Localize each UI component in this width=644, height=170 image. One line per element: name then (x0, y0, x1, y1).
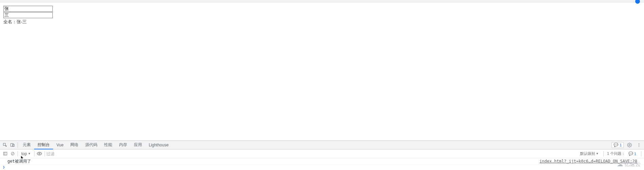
issues-count-chip[interactable]: 💬 1 (627, 151, 638, 157)
separator (45, 151, 45, 157)
level-label: 默认级别 (580, 151, 595, 156)
live-expression-eye-icon[interactable] (36, 150, 43, 158)
dropdown-triangle-icon: ▼ (28, 152, 31, 155)
separator (18, 142, 18, 148)
console-issues-chip[interactable]: 💬 1 (612, 142, 624, 148)
inspect-element-icon[interactable] (1, 141, 9, 149)
browser-chrome-strip (0, 0, 644, 2)
tab-sources[interactable]: 源代码 (82, 141, 101, 149)
svg-point-6 (639, 146, 639, 147)
dropdown-triangle-icon: ▼ (596, 152, 599, 155)
svg-rect-2 (13, 144, 15, 146)
console-filter-input[interactable] (46, 151, 87, 156)
console-toolbar: top ▼ 默认级别 ▼ 1 个问题： 💬 1 (0, 149, 644, 158)
more-vert-icon[interactable] (635, 141, 643, 149)
devtools-tab-strip: 元素 控制台 Vue 网络 源代码 性能 内存 应用 Lighthouse 💬 … (0, 141, 644, 149)
svg-point-4 (639, 143, 639, 144)
log-level-selector[interactable]: 默认级别 ▼ (579, 151, 600, 156)
context-label: top (21, 151, 27, 156)
svg-line-10 (11, 152, 14, 155)
tab-elements[interactable]: 元素 (19, 141, 34, 149)
clear-console-icon[interactable] (9, 150, 16, 158)
issues-count: 1 (634, 152, 636, 156)
separator (603, 151, 604, 157)
devtools-tab-strip-right: 💬 1 (612, 141, 643, 149)
tab-performance[interactable]: 性能 (101, 141, 116, 149)
tab-vue[interactable]: Vue (53, 141, 67, 149)
message-icon: 💬 (628, 151, 633, 156)
console-toolbar-right: 默认级别 ▼ 1 个问题： 💬 1 (579, 151, 643, 157)
svg-point-3 (629, 144, 630, 146)
page-content: 全名：张-三 (0, 2, 644, 28)
tab-console[interactable]: 控制台 (34, 141, 53, 149)
device-toolbar-icon[interactable] (9, 141, 16, 149)
chip-count: 1 (620, 143, 622, 147)
console-prompt[interactable]: ❯ (0, 165, 644, 170)
first-name-input[interactable] (3, 6, 53, 12)
svg-rect-7 (3, 152, 7, 155)
tab-memory[interactable]: 内存 (116, 141, 130, 149)
settings-gear-icon[interactable] (626, 141, 633, 149)
message-icon: 💬 (614, 143, 618, 147)
tab-lighthouse[interactable]: Lighthouse (145, 141, 172, 149)
tab-application[interactable]: 应用 (130, 141, 145, 149)
tab-network[interactable]: 网络 (67, 141, 82, 149)
execution-context-selector[interactable]: top ▼ (19, 151, 33, 157)
console-log-row: get被调用了 index.html?_ijt=k0c6…d=RELOAD_ON… (0, 158, 644, 165)
fullname-value: 张-三 (17, 19, 27, 24)
svg-point-5 (639, 145, 639, 145)
separator (18, 151, 18, 157)
fullname-display: 全名：张-三 (3, 19, 641, 25)
console-source-link[interactable]: index.html?_ijt=k0c6…d=RELOAD_ON_SAVE:28 (540, 159, 637, 164)
issues-label: 1 个问题： (607, 151, 625, 156)
last-name-input[interactable] (3, 12, 53, 18)
devtools-panel: 元素 控制台 Vue 网络 源代码 性能 内存 应用 Lighthouse 💬 … (0, 140, 644, 170)
separator (34, 151, 34, 157)
console-message: get被调用了 (7, 159, 31, 164)
console-body: get被调用了 index.html?_ijt=k0c6…d=RELOAD_ON… (0, 158, 644, 170)
separator (641, 151, 641, 157)
svg-point-11 (39, 153, 40, 154)
console-sidebar-toggle-icon[interactable] (1, 150, 9, 158)
fullname-label: 全名： (3, 19, 17, 24)
